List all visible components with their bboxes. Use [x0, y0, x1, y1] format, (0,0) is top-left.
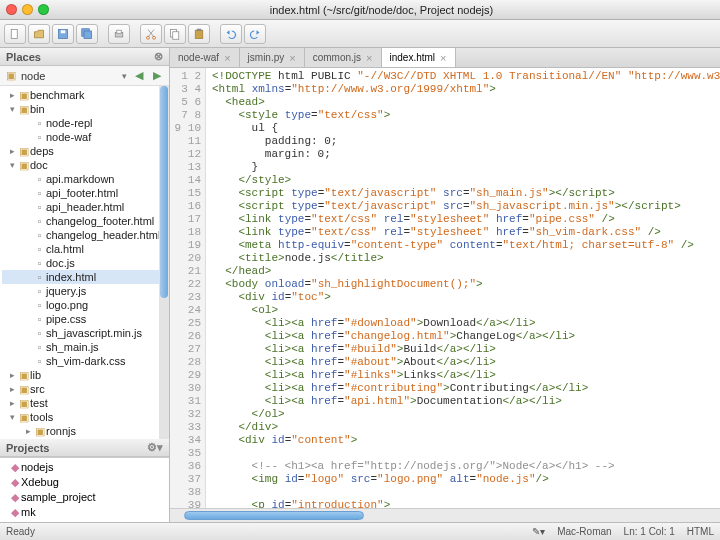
tree-item[interactable]: ▫sh_vim-dark.css [2, 354, 169, 368]
svg-rect-2 [61, 30, 66, 33]
redo-button[interactable] [244, 24, 266, 44]
folder-icon: ▣ [17, 368, 30, 382]
tree-item[interactable]: ▫index.html [2, 270, 169, 284]
projects-header: Projects ⚙▾ [0, 439, 169, 457]
tree-item[interactable]: ▫api.markdown [2, 172, 169, 186]
disclosure-icon[interactable]: ▾ [8, 158, 17, 172]
zoom-window-button[interactable] [38, 4, 49, 15]
tree-item[interactable]: ▾▣bin [2, 102, 169, 116]
project-item[interactable]: ◆ mk [2, 505, 169, 520]
tree-item[interactable]: ▸▣benchmark [2, 88, 169, 102]
disclosure-icon[interactable]: ▸ [24, 424, 33, 438]
projects-tree[interactable]: ◆ nodejs◆ Xdebug◆ sample_project◆ mk [0, 457, 169, 522]
project-item-label: Xdebug [21, 475, 59, 490]
project-icon: ◆ [8, 490, 21, 505]
places-close-icon[interactable]: ⊗ [154, 50, 163, 63]
tree-scrollbar[interactable] [159, 86, 169, 439]
folder-icon: ▣ [17, 102, 30, 116]
tree-item[interactable]: ▫logo.png [2, 298, 169, 312]
tab-close-icon[interactable]: × [289, 52, 295, 64]
tree-item[interactable]: ▾▣doc [2, 158, 169, 172]
dropdown-icon: ▾ [122, 71, 127, 81]
file-tree[interactable]: ▸▣benchmark▾▣bin▫node-repl▫node-waf▸▣dep… [0, 86, 169, 439]
nav-forward-button[interactable]: ▶ [149, 68, 165, 84]
status-encoding[interactable]: Mac-Roman [557, 526, 611, 537]
project-item-label: nodejs [21, 460, 53, 475]
tree-item-label: index.html [46, 270, 96, 284]
copy-button[interactable] [164, 24, 186, 44]
save-button[interactable] [52, 24, 74, 44]
tab-close-icon[interactable]: × [440, 52, 446, 64]
tree-item[interactable]: ▫sh_javascript.min.js [2, 326, 169, 340]
gear-icon[interactable]: ⚙▾ [147, 441, 163, 454]
status-left: Ready [6, 526, 35, 537]
disclosure-icon[interactable]: ▸ [8, 144, 17, 158]
status-language[interactable]: HTML [687, 526, 714, 537]
editor-tab[interactable]: common.js× [305, 48, 382, 67]
tree-item[interactable]: ▸▣deps [2, 144, 169, 158]
tree-item[interactable]: ▫changelog_header.html [2, 228, 169, 242]
tree-item[interactable]: ▸▣test [2, 396, 169, 410]
tab-close-icon[interactable]: × [224, 52, 230, 64]
tree-item[interactable]: ▫doc.js [2, 256, 169, 270]
editor-tab[interactable]: index.html× [382, 48, 456, 67]
disclosure-icon[interactable]: ▸ [8, 368, 17, 382]
project-item-label: mk [21, 505, 36, 520]
tree-item-label: changelog_footer.html [46, 214, 154, 228]
disclosure-icon[interactable]: ▾ [8, 410, 17, 424]
file-icon: ▫ [33, 242, 46, 256]
svg-rect-6 [117, 30, 122, 33]
tree-item[interactable]: ▫api_header.html [2, 200, 169, 214]
nav-back-button[interactable]: ◀ [131, 68, 147, 84]
project-item[interactable]: ◆ Xdebug [2, 475, 169, 490]
file-icon: ▫ [33, 116, 46, 130]
tree-item[interactable]: ▸▣lib [2, 368, 169, 382]
tree-item-label: test [30, 396, 48, 410]
tree-item-label: node-repl [46, 116, 92, 130]
status-mode-icon[interactable]: ✎▾ [532, 526, 545, 537]
toolbar [0, 20, 720, 48]
paste-button[interactable] [188, 24, 210, 44]
tree-item[interactable]: ▫pipe.css [2, 312, 169, 326]
file-icon: ▫ [33, 270, 46, 284]
tree-item[interactable]: ▫jquery.js [2, 284, 169, 298]
disclosure-icon[interactable]: ▸ [8, 88, 17, 102]
open-button[interactable] [28, 24, 50, 44]
places-selector[interactable]: ▣ node ▾ ◀ ▶ [0, 66, 169, 86]
code-area[interactable]: <!DOCTYPE html PUBLIC "-//W3C//DTD XHTML… [206, 68, 720, 508]
file-icon: ▫ [33, 298, 46, 312]
project-item[interactable]: ◆ nodejs [2, 460, 169, 475]
print-button[interactable] [108, 24, 130, 44]
folder-icon: ▣ [17, 144, 30, 158]
editor-tab[interactable]: jsmin.py× [240, 48, 305, 67]
tab-label: node-waf [178, 52, 219, 63]
tree-item[interactable]: ▫changelog_footer.html [2, 214, 169, 228]
tree-item-label: jquery.js [46, 284, 86, 298]
tree-item[interactable]: ▫node-repl [2, 116, 169, 130]
titlebar: index.html (~/src/git/node/doc, Project … [0, 0, 720, 20]
disclosure-icon[interactable]: ▾ [8, 102, 17, 116]
new-file-button[interactable] [4, 24, 26, 44]
tree-item[interactable]: ▸▣ronnjs [2, 424, 169, 438]
cut-button[interactable] [140, 24, 162, 44]
save-all-button[interactable] [76, 24, 98, 44]
tree-item[interactable]: ▸▣src [2, 382, 169, 396]
tree-item[interactable]: ▾▣tools [2, 410, 169, 424]
tree-item[interactable]: ▫api_footer.html [2, 186, 169, 200]
project-icon: ◆ [8, 460, 21, 475]
folder-icon: ▣ [17, 410, 30, 424]
close-window-button[interactable] [6, 4, 17, 15]
project-item[interactable]: ◆ sample_project [2, 490, 169, 505]
editor-tab[interactable]: node-waf× [170, 48, 240, 67]
editor-hscroll[interactable] [170, 508, 720, 522]
tree-item[interactable]: ▫node-waf [2, 130, 169, 144]
tree-item[interactable]: ▫sh_main.js [2, 340, 169, 354]
disclosure-icon[interactable]: ▸ [8, 396, 17, 410]
tree-item[interactable]: ▫cla.html [2, 242, 169, 256]
tab-bar: node-waf×jsmin.py×common.js×index.html× [170, 48, 720, 68]
file-icon: ▫ [33, 214, 46, 228]
tab-close-icon[interactable]: × [366, 52, 372, 64]
undo-button[interactable] [220, 24, 242, 44]
disclosure-icon[interactable]: ▸ [8, 382, 17, 396]
minimize-window-button[interactable] [22, 4, 33, 15]
